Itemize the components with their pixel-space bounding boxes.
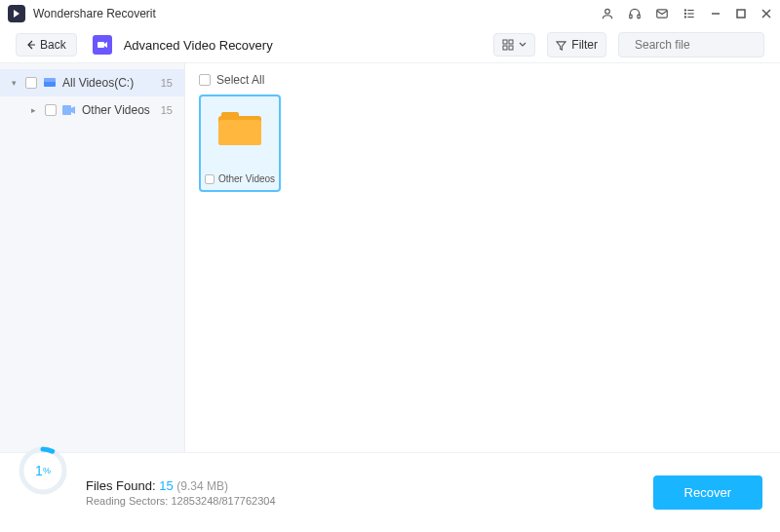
svg-rect-1 [630, 15, 632, 19]
select-all-label: Select All [216, 73, 264, 87]
progress-percent: 1% [18, 445, 68, 496]
maximize-button[interactable] [735, 8, 747, 19]
checkbox[interactable] [45, 104, 57, 116]
footer: 1% Files Found: 15 (9.34 MB) Reading Sec… [0, 452, 780, 532]
view-toggle-button[interactable] [493, 33, 535, 57]
svg-rect-18 [509, 46, 513, 50]
svg-rect-14 [98, 42, 104, 48]
close-button[interactable] [760, 8, 772, 19]
filter-button[interactable]: Filter [547, 32, 606, 57]
sidebar-item-count: 15 [161, 104, 176, 116]
checkbox[interactable] [25, 77, 37, 89]
main-panel: Select All Other Videos [185, 63, 780, 452]
grid-icon [502, 39, 514, 51]
advanced-video-icon [93, 35, 112, 55]
svg-point-8 [684, 17, 685, 18]
filter-icon [556, 40, 566, 51]
account-icon[interactable] [601, 7, 614, 20]
app-title: Wondershare Recoverit [33, 7, 156, 20]
filter-label: Filter [571, 38, 598, 52]
select-all-row[interactable]: Select All [199, 73, 766, 87]
svg-rect-15 [503, 40, 507, 44]
reading-sectors: Reading Sectors: 12853248/817762304 [86, 495, 640, 507]
sidebar-item-count: 15 [161, 77, 176, 89]
list-icon[interactable] [682, 7, 696, 20]
svg-rect-23 [62, 105, 71, 115]
files-found-line: Files Found: 15 (9.34 MB) [86, 478, 640, 493]
sidebar-item-other-videos[interactable]: ▸ Other Videos 15 [0, 96, 184, 124]
folder-tile[interactable]: Other Videos [199, 95, 281, 192]
search-box[interactable] [618, 32, 764, 57]
svg-rect-17 [503, 46, 507, 50]
svg-rect-11 [737, 10, 745, 18]
arrow-left-icon [26, 40, 36, 50]
titlebar-buttons [601, 7, 772, 20]
sidebar-item-label: All Videos(C:) [62, 76, 134, 90]
svg-rect-2 [638, 15, 640, 19]
back-button[interactable]: Back [16, 33, 77, 57]
tile-label-row: Other Videos [205, 173, 275, 190]
checkbox[interactable] [199, 74, 211, 86]
tile-label: Other Videos [218, 173, 275, 184]
toolbar: Back Advanced Video Recovery Filter [0, 27, 780, 62]
search-input[interactable] [635, 38, 780, 52]
video-icon [62, 103, 76, 117]
sidebar-item-label: Other Videos [82, 103, 150, 117]
folder-icon [218, 110, 261, 145]
svg-rect-16 [509, 40, 513, 44]
svg-point-0 [605, 9, 610, 14]
svg-point-6 [684, 13, 685, 14]
scan-stats: Files Found: 15 (9.34 MB) Reading Sector… [86, 478, 640, 507]
progress-ring: 1% [18, 445, 68, 496]
chevron-down-icon [519, 41, 526, 49]
app-logo [8, 5, 25, 22]
headset-icon[interactable] [628, 7, 642, 20]
mail-icon[interactable] [655, 7, 669, 20]
page-title: Advanced Video Recovery [124, 38, 273, 53]
drive-icon [43, 76, 57, 90]
checkbox[interactable] [205, 174, 214, 184]
minimize-button[interactable] [710, 8, 722, 19]
chevron-right-icon[interactable]: ▸ [31, 105, 41, 115]
sidebar-item-all-videos[interactable]: ▾ All Videos(C:) 15 [0, 69, 184, 96]
sidebar: ▾ All Videos(C:) 15 ▸ Other Videos 15 [0, 63, 185, 452]
svg-point-4 [684, 10, 685, 11]
content: ▾ All Videos(C:) 15 ▸ Other Videos 15 Se… [0, 62, 780, 452]
titlebar: Wondershare Recoverit [0, 0, 780, 27]
svg-rect-22 [44, 78, 56, 82]
recover-button[interactable]: Recover [653, 475, 762, 510]
chevron-down-icon[interactable]: ▾ [12, 78, 21, 88]
back-label: Back [40, 38, 66, 52]
